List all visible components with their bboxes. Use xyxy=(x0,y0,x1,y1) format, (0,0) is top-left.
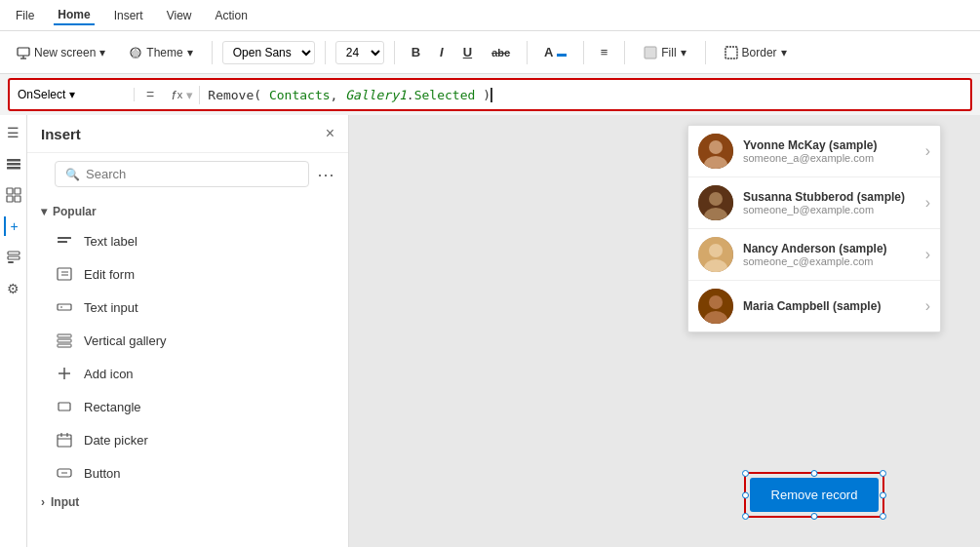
separator-2 xyxy=(325,41,326,64)
handle-bl[interactable] xyxy=(742,513,749,520)
chevron-down-icon: ▾ xyxy=(41,205,47,218)
font-size-select[interactable]: 24 xyxy=(335,41,384,64)
avatar-1 xyxy=(698,185,733,220)
fx-x: x xyxy=(177,89,183,100)
text-label-item[interactable]: Text label xyxy=(27,224,348,257)
property-selector[interactable]: OnSelect ▾ xyxy=(18,88,135,101)
gallery-item-3[interactable]: Maria Campbell (sample) › xyxy=(688,281,940,332)
more-options-button[interactable]: ⋯ xyxy=(317,164,334,185)
gallery-name-3: Maria Campbell (sample) xyxy=(743,299,916,313)
svg-rect-12 xyxy=(7,196,13,202)
menu-action[interactable]: Action xyxy=(212,7,252,24)
side-icon-menu[interactable]: ☰ xyxy=(4,123,23,142)
edit-form-icon xyxy=(55,264,74,284)
handle-tm[interactable] xyxy=(811,470,818,477)
side-icon-data[interactable] xyxy=(4,248,23,267)
gallery-item-2[interactable]: Nancy Anderson (sample) someone_c@exampl… xyxy=(688,229,940,281)
handle-tl[interactable] xyxy=(742,470,749,477)
fx-label: f xyxy=(172,88,176,102)
add-icon-item-label: Add icon xyxy=(84,367,134,381)
search-box[interactable]: 🔍 xyxy=(55,161,309,187)
gallery-info-0: Yvonne McKay (sample) someone_a@example.… xyxy=(743,138,916,164)
svg-rect-8 xyxy=(7,163,20,166)
gallery-chevron-3: › xyxy=(925,297,930,315)
svg-rect-7 xyxy=(7,159,20,162)
svg-rect-18 xyxy=(58,241,67,243)
fill-button[interactable]: Fill ▾ xyxy=(635,41,694,64)
svg-point-46 xyxy=(709,295,723,309)
svg-rect-24 xyxy=(58,334,71,337)
handle-ml[interactable] xyxy=(742,491,749,498)
side-icon-settings[interactable]: ⚙ xyxy=(4,279,23,298)
avatar-3 xyxy=(698,289,733,324)
text-color-button[interactable]: A xyxy=(537,41,573,63)
text-input-item[interactable]: Text input xyxy=(27,291,348,324)
svg-rect-26 xyxy=(58,344,71,347)
remove-record-wrap: Remove record xyxy=(744,472,885,518)
border-icon xyxy=(725,46,738,59)
svg-rect-15 xyxy=(8,256,20,259)
handle-tr[interactable] xyxy=(880,470,886,477)
theme-label: Theme xyxy=(146,46,182,59)
handle-mr[interactable] xyxy=(880,491,886,498)
add-icon-item[interactable]: Add icon xyxy=(27,357,348,390)
close-button[interactable]: × xyxy=(326,125,334,142)
gallery-item-0[interactable]: Yvonne McKay (sample) someone_a@example.… xyxy=(688,126,940,177)
input-section-header[interactable]: › Input xyxy=(27,489,348,515)
side-icons: ☰ + ⚙ xyxy=(0,115,27,547)
svg-point-40 xyxy=(709,192,723,206)
search-row: 🔍 ⋯ xyxy=(27,153,348,199)
menu-insert[interactable]: Insert xyxy=(110,7,147,24)
chevron-right-icon: › xyxy=(41,495,45,509)
text-color-indicator xyxy=(557,54,567,57)
edit-form-item-label: Edit form xyxy=(84,267,135,282)
svg-rect-10 xyxy=(7,188,13,194)
side-icon-layers[interactable] xyxy=(4,154,23,174)
svg-rect-13 xyxy=(15,196,20,202)
strikethrough-button[interactable]: abc xyxy=(485,43,517,62)
svg-rect-22 xyxy=(58,304,71,310)
handle-bm[interactable] xyxy=(811,513,818,520)
separator-3 xyxy=(394,41,395,64)
popular-section-header[interactable]: ▾ Popular xyxy=(27,199,348,224)
svg-point-37 xyxy=(709,140,723,154)
equals-sign: = xyxy=(142,87,158,102)
search-input[interactable] xyxy=(86,167,298,181)
border-button[interactable]: Border ▾ xyxy=(716,41,796,64)
gallery-name-2: Nancy Anderson (sample) xyxy=(743,242,916,255)
rectangle-item[interactable]: Rectangle xyxy=(27,390,348,423)
text-label-item-label: Text label xyxy=(84,234,137,249)
side-icon-insert[interactable]: + xyxy=(4,216,23,236)
menu-view[interactable]: View xyxy=(163,7,196,24)
formula-input[interactable]: Remove( Contacts, Gallery1.Selected ) xyxy=(208,88,962,102)
bold-button[interactable]: B xyxy=(405,41,427,63)
italic-button[interactable]: I xyxy=(433,41,451,63)
fx-button[interactable]: f x ▾ xyxy=(166,86,200,104)
text-label-icon xyxy=(55,231,74,251)
underline-button[interactable]: U xyxy=(456,41,479,63)
svg-rect-5 xyxy=(645,47,656,59)
new-screen-chevron: ▾ xyxy=(99,46,105,59)
formula-text: Remove( Contacts, Gallery1.Selected ) xyxy=(208,88,492,102)
button-icon xyxy=(55,463,74,483)
gallery-info-3: Maria Campbell (sample) xyxy=(743,299,916,313)
handle-br[interactable] xyxy=(880,513,886,520)
new-screen-button[interactable]: New screen ▾ xyxy=(8,41,114,64)
font-family-select[interactable]: Open Sans xyxy=(222,41,315,64)
menu-file[interactable]: File xyxy=(12,7,38,24)
svg-rect-11 xyxy=(15,188,20,194)
remove-record-button[interactable]: Remove record xyxy=(750,478,880,512)
align-button[interactable]: ≡ xyxy=(594,41,615,63)
input-section-label: Input xyxy=(51,495,79,509)
svg-rect-25 xyxy=(58,339,71,342)
side-icon-components[interactable] xyxy=(4,185,23,205)
menu-home[interactable]: Home xyxy=(54,6,94,25)
edit-form-item[interactable]: Edit form xyxy=(27,257,348,291)
avatar-2 xyxy=(698,237,733,272)
section-popular-label: Popular xyxy=(53,205,97,218)
vertical-gallery-item[interactable]: Vertical gallery xyxy=(27,324,348,357)
date-picker-item[interactable]: Date picker xyxy=(27,423,348,456)
gallery-item-1[interactable]: Susanna Stubberod (sample) someone_b@exa… xyxy=(688,177,940,229)
button-item[interactable]: Button xyxy=(27,456,348,489)
theme-button[interactable]: Theme ▾ xyxy=(120,41,201,64)
